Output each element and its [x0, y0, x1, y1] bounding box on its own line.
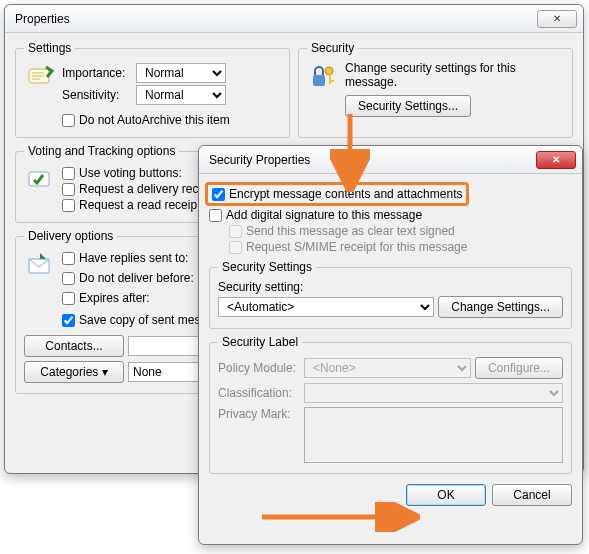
classification-label: Classification:: [218, 386, 300, 400]
read-receipt-checkbox[interactable]: [62, 199, 75, 212]
delivery-receipt-checkbox[interactable]: [62, 183, 75, 196]
lock-key-icon: [307, 61, 339, 93]
cleartext-checkbox: [229, 225, 242, 238]
cancel-button[interactable]: Cancel: [492, 484, 572, 506]
encrypt-label: Encrypt message contents and attachments: [229, 187, 462, 201]
security-label-legend: Security Label: [218, 335, 302, 349]
smime-label: Request S/MIME receipt for this message: [246, 240, 467, 254]
voting-label: Use voting buttons:: [79, 166, 182, 180]
expires-checkbox[interactable]: [62, 292, 75, 305]
cleartext-label: Send this message as clear text signed: [246, 224, 455, 238]
policy-label: Policy Module:: [218, 361, 300, 375]
autoarchive-checkbox[interactable]: [62, 114, 75, 127]
policy-select: <None>: [304, 358, 471, 378]
security-desc: Change security settings for this messag…: [345, 61, 564, 89]
save-copy-label: Save copy of sent mes: [79, 313, 200, 327]
categories-button[interactable]: Categories ▾: [24, 361, 124, 383]
svg-rect-3: [329, 74, 331, 84]
voting-icon: [24, 164, 56, 196]
change-settings-button[interactable]: Change Settings...: [438, 296, 563, 318]
secprops-title: Security Properties: [209, 153, 310, 167]
save-copy-checkbox[interactable]: [62, 314, 75, 327]
privacy-label: Privacy Mark:: [218, 407, 300, 421]
classification-select: [304, 383, 563, 403]
privacy-textarea: [304, 407, 563, 463]
voting-checkbox[interactable]: [62, 167, 75, 180]
svg-rect-4: [329, 80, 334, 82]
importance-select[interactable]: Normal: [136, 63, 226, 83]
encrypt-checkbox[interactable]: [212, 188, 225, 201]
delivery-icon: [24, 249, 56, 281]
security-group: Security Change security settings for th…: [298, 41, 573, 138]
expires-label: Expires after:: [79, 291, 150, 305]
secprops-titlebar[interactable]: Security Properties ✕: [199, 146, 582, 174]
svg-point-2: [325, 67, 333, 75]
importance-label: Importance:: [62, 66, 132, 80]
smime-checkbox: [229, 241, 242, 254]
security-settings-group: Security Settings Security setting: <Aut…: [209, 260, 572, 329]
close-icon[interactable]: ✕: [537, 10, 577, 28]
close-icon[interactable]: ✕: [536, 151, 576, 169]
security-legend: Security: [307, 41, 358, 55]
setting-label: Security setting:: [218, 280, 303, 294]
replies-checkbox[interactable]: [62, 252, 75, 265]
autoarchive-label: Do not AutoArchive this item: [79, 113, 230, 127]
delivery-legend: Delivery options: [24, 229, 117, 243]
deliver-before-checkbox[interactable]: [62, 272, 75, 285]
svg-rect-1: [313, 75, 325, 86]
contacts-button[interactable]: Contacts...: [24, 335, 124, 357]
security-setting-select[interactable]: <Automatic>: [218, 297, 434, 317]
properties-titlebar[interactable]: Properties ✕: [5, 5, 583, 33]
delivery-receipt-label: Request a delivery rec: [79, 182, 198, 196]
deliver-before-label: Do not deliver before:: [79, 271, 194, 285]
settings-group: Settings Importance: Normal Sensitivity:…: [15, 41, 290, 138]
ok-button[interactable]: OK: [406, 484, 486, 506]
replies-label: Have replies sent to:: [79, 251, 188, 265]
sign-label: Add digital signature to this message: [226, 208, 422, 222]
security-settings-button[interactable]: Security Settings...: [345, 95, 471, 117]
security-settings-legend: Security Settings: [218, 260, 316, 274]
properties-title: Properties: [15, 12, 70, 26]
sensitivity-select[interactable]: Normal: [136, 85, 226, 105]
sign-checkbox[interactable]: [209, 209, 222, 222]
security-properties-dialog: Security Properties ✕ Encrypt message co…: [198, 145, 583, 545]
settings-legend: Settings: [24, 41, 75, 55]
read-receipt-label: Request a read receip: [79, 198, 197, 212]
configure-button: Configure...: [475, 357, 563, 379]
sensitivity-label: Sensitivity:: [62, 88, 132, 102]
settings-icon: [24, 61, 56, 93]
security-label-group: Security Label Policy Module: <None> Con…: [209, 335, 572, 474]
voting-legend: Voting and Tracking options: [24, 144, 179, 158]
